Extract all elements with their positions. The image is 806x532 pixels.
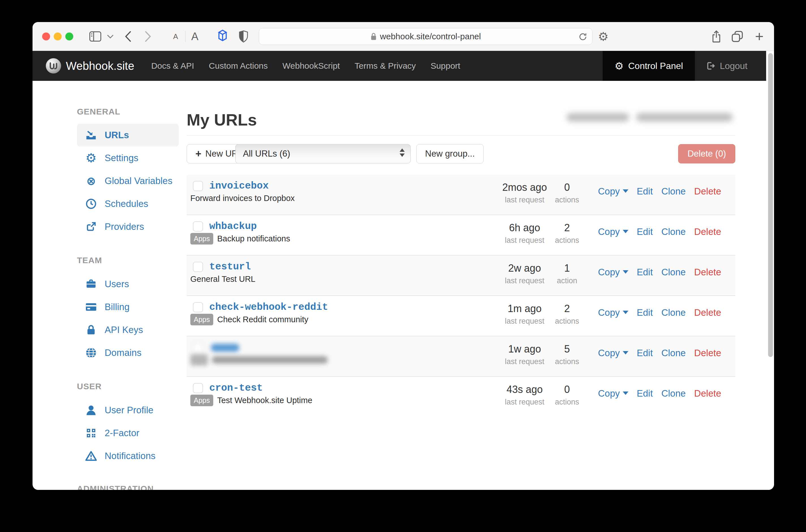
sidebar-item-providers[interactable]: Providers bbox=[77, 215, 179, 238]
copy-dropdown[interactable]: Copy bbox=[598, 307, 628, 318]
chevron-down-icon[interactable] bbox=[104, 22, 117, 51]
forward-button[interactable] bbox=[140, 22, 156, 51]
new-group-button[interactable]: New group... bbox=[416, 144, 484, 164]
table-row-redacted: 1w ago last request 5 actions Copy Edit … bbox=[187, 336, 735, 377]
delete-link[interactable]: Delete bbox=[694, 388, 721, 399]
increase-text-size-button[interactable]: A bbox=[187, 22, 203, 51]
sidebar-section-administration: ADMINISTRATION bbox=[77, 484, 154, 490]
sidebar-item-domains[interactable]: Domains bbox=[77, 341, 179, 364]
sidebar-item-2-factor[interactable]: 2-Factor bbox=[77, 421, 179, 444]
nav-logout[interactable]: Logout bbox=[695, 51, 759, 81]
url-name-link[interactable]: check-webhook-reddit bbox=[209, 302, 328, 313]
url-name-link[interactable]: testurl bbox=[209, 261, 251, 272]
sidebar-item-user-profile[interactable]: User Profile bbox=[77, 399, 179, 421]
url-description: Backup notifications bbox=[217, 234, 290, 243]
caret-down-icon bbox=[623, 270, 629, 273]
brand[interactable]: Webhook.site bbox=[33, 51, 134, 81]
globe-icon bbox=[85, 347, 97, 358]
clone-link[interactable]: Clone bbox=[661, 348, 686, 358]
sidebar-item-settings[interactable]: ⚙ Settings bbox=[77, 147, 179, 169]
row-checkbox[interactable] bbox=[193, 383, 203, 393]
copy-dropdown[interactable]: Copy bbox=[598, 186, 628, 197]
row-checkbox[interactable] bbox=[193, 181, 203, 191]
sidebar-item-label: Domains bbox=[105, 347, 142, 358]
tab-overview-icon[interactable] bbox=[729, 22, 746, 51]
url-name-link[interactable]: invoicebox bbox=[209, 180, 269, 192]
url-filter-select[interactable]: All URLs (6) bbox=[235, 144, 411, 164]
toolbar-divider bbox=[185, 31, 186, 42]
nav-terms-privacy[interactable]: Terms & Privacy bbox=[355, 61, 416, 71]
row-checkbox[interactable] bbox=[193, 343, 203, 353]
sidebar-item-urls[interactable]: URLs bbox=[77, 124, 179, 147]
nav-webhookscript[interactable]: WebhookScript bbox=[282, 61, 340, 71]
logout-icon bbox=[706, 61, 716, 71]
delete-link[interactable]: Delete bbox=[694, 226, 721, 237]
row-checkbox[interactable] bbox=[193, 302, 203, 312]
url-name-link[interactable]: whbackup bbox=[209, 221, 257, 232]
sidebar-item-label: Global Variables bbox=[105, 175, 172, 186]
qr-code-icon bbox=[85, 428, 97, 438]
edit-link[interactable]: Edit bbox=[637, 388, 653, 399]
url-description: Forward invoices to Dropbox bbox=[190, 194, 295, 203]
delete-link[interactable]: Delete bbox=[694, 348, 721, 358]
sidebar-item-global-variables[interactable]: ⊗ Global Variables bbox=[77, 169, 179, 192]
clone-link[interactable]: Clone bbox=[661, 307, 686, 318]
privacy-shield-icon[interactable] bbox=[235, 22, 252, 51]
nav-docs-api[interactable]: Docs & API bbox=[151, 61, 194, 71]
edit-link[interactable]: Edit bbox=[637, 348, 653, 358]
edit-link[interactable]: Edit bbox=[637, 307, 653, 318]
copy-dropdown[interactable]: Copy bbox=[598, 348, 628, 358]
edit-link[interactable]: Edit bbox=[637, 267, 653, 278]
webhook-extension-icon[interactable] bbox=[214, 22, 231, 51]
edit-link[interactable]: Edit bbox=[637, 186, 653, 197]
delete-link[interactable]: Delete bbox=[694, 267, 721, 278]
caret-down-icon bbox=[623, 351, 629, 355]
close-window-button[interactable] bbox=[42, 33, 50, 40]
copy-dropdown[interactable]: Copy bbox=[598, 226, 628, 237]
back-button[interactable] bbox=[120, 22, 136, 51]
nav-control-panel[interactable]: ⚙ Control Panel bbox=[603, 51, 695, 81]
new-tab-button[interactable]: + bbox=[751, 22, 768, 51]
sidebar-item-billing[interactable]: Billing bbox=[77, 296, 179, 318]
inbox-icon bbox=[85, 130, 97, 140]
minimize-window-button[interactable] bbox=[54, 33, 62, 40]
decrease-text-size-button[interactable]: A bbox=[168, 22, 184, 51]
sidebar-item-schedules[interactable]: Schedules bbox=[77, 192, 179, 215]
page-title: My URLs bbox=[187, 110, 257, 129]
sidebar-item-label: URLs bbox=[105, 130, 129, 140]
nav-links: Docs & API Custom Actions WebhookScript … bbox=[151, 51, 461, 81]
copy-dropdown[interactable]: Copy bbox=[598, 388, 628, 399]
sidebar-item-label: Notifications bbox=[105, 451, 155, 461]
apps-badge: Apps bbox=[190, 233, 213, 245]
row-checkbox[interactable] bbox=[193, 221, 203, 231]
copy-dropdown[interactable]: Copy bbox=[598, 267, 628, 278]
sidebar-item-notifications[interactable]: Notifications bbox=[77, 444, 179, 467]
settings-gear-icon[interactable]: ⚙ bbox=[595, 22, 612, 51]
scrollbar-track[interactable] bbox=[766, 51, 774, 490]
sidebar-item-label: Users bbox=[105, 279, 129, 289]
share-icon[interactable] bbox=[708, 22, 725, 51]
sidebar-toggle-icon[interactable] bbox=[87, 22, 104, 51]
nav-support[interactable]: Support bbox=[430, 61, 460, 71]
actions-count: 2 bbox=[533, 303, 601, 315]
reload-icon[interactable] bbox=[578, 31, 588, 42]
actions-label: actions bbox=[533, 317, 601, 326]
clone-link[interactable]: Clone bbox=[661, 267, 686, 278]
gear-icon: ⚙ bbox=[85, 151, 97, 165]
actions-count: 5 bbox=[533, 343, 601, 355]
sidebar-item-users[interactable]: Users bbox=[77, 272, 179, 296]
sidebar-item-api-keys[interactable]: API Keys bbox=[77, 318, 179, 341]
nav-custom-actions[interactable]: Custom Actions bbox=[209, 61, 267, 71]
clone-link[interactable]: Clone bbox=[661, 186, 686, 197]
edit-link[interactable]: Edit bbox=[637, 226, 653, 237]
address-bar[interactable]: webhook.site/control-panel bbox=[259, 28, 593, 45]
scrollbar-thumb[interactable] bbox=[768, 53, 773, 357]
row-checkbox[interactable] bbox=[193, 262, 203, 272]
delete-link[interactable]: Delete bbox=[694, 186, 721, 197]
zoom-window-button[interactable] bbox=[65, 33, 73, 40]
clone-link[interactable]: Clone bbox=[661, 388, 686, 399]
delete-selected-button[interactable]: Delete (0) bbox=[678, 144, 735, 164]
url-name-link[interactable]: cron-test bbox=[209, 382, 263, 394]
delete-link[interactable]: Delete bbox=[694, 307, 721, 318]
clone-link[interactable]: Clone bbox=[661, 226, 686, 237]
